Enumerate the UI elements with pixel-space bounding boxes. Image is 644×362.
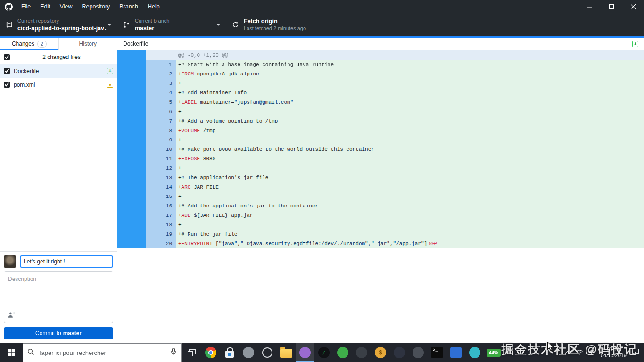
diff-line-number[interactable]: 3 bbox=[146, 79, 176, 88]
network-icon[interactable] bbox=[576, 348, 583, 357]
diff-line-select-gutter[interactable] bbox=[117, 182, 146, 192]
diff-line-number[interactable]: 12 bbox=[146, 164, 176, 173]
select-all-checkbox[interactable] bbox=[4, 54, 10, 60]
store-icon[interactable] bbox=[220, 343, 239, 362]
title-bar: FileEditViewRepositoryBranchHelp bbox=[0, 0, 644, 13]
diff-line-number[interactable]: 15 bbox=[146, 192, 176, 201]
diff-line-select-gutter[interactable] bbox=[117, 211, 146, 220]
start-button[interactable] bbox=[0, 343, 23, 362]
diff-line-select-gutter[interactable] bbox=[117, 135, 146, 145]
diff-line-number[interactable]: 20 bbox=[146, 239, 176, 248]
task-view-button[interactable] bbox=[182, 343, 201, 362]
ring-app-icon[interactable] bbox=[258, 343, 277, 362]
diff-line-number[interactable]: 14 bbox=[146, 182, 176, 192]
diff-line-17: 17+ADD ${JAR_FILE} app.jar bbox=[117, 211, 644, 220]
diff-line-select-gutter[interactable] bbox=[117, 220, 146, 230]
menu-edit[interactable]: Edit bbox=[35, 0, 55, 13]
diff-line-number[interactable]: 11 bbox=[146, 154, 176, 164]
diff-line-number[interactable]: 19 bbox=[146, 230, 176, 239]
microphone-icon[interactable] bbox=[170, 348, 177, 357]
commit-button[interactable]: Commit to master bbox=[4, 327, 113, 339]
menu-branch[interactable]: Branch bbox=[115, 0, 143, 13]
diff-line-select-gutter[interactable] bbox=[117, 192, 146, 201]
diff-line-number[interactable]: 10 bbox=[146, 145, 176, 154]
dark-app-icon[interactable] bbox=[352, 343, 371, 362]
tab-history[interactable]: History bbox=[59, 38, 117, 50]
file-row-dockerfile[interactable]: Dockerfile+ bbox=[0, 64, 117, 78]
diff-line-select-gutter[interactable] bbox=[117, 126, 146, 135]
maximize-button[interactable] bbox=[601, 0, 622, 13]
volume-icon[interactable] bbox=[588, 348, 595, 357]
sync-icon bbox=[232, 21, 239, 28]
diff-line-number[interactable]: 9 bbox=[146, 135, 176, 145]
diff-line-select-gutter[interactable] bbox=[117, 107, 146, 116]
diff-line-select-gutter[interactable] bbox=[117, 116, 146, 126]
chrome-icon[interactable] bbox=[201, 343, 220, 362]
terminal-icon[interactable]: >_ bbox=[428, 343, 446, 362]
diff-line-number[interactable]: 18 bbox=[146, 220, 176, 230]
diff-line-select-gutter[interactable] bbox=[117, 88, 146, 98]
diff-line-select-gutter[interactable] bbox=[117, 230, 146, 239]
menu-repository[interactable]: Repository bbox=[77, 0, 115, 13]
file-row-pom.xml[interactable]: pom.xml• bbox=[0, 78, 117, 91]
commit-summary-input[interactable] bbox=[20, 255, 113, 268]
person-app-icon[interactable] bbox=[409, 343, 428, 362]
diff-line-select-gutter[interactable] bbox=[117, 164, 146, 173]
diff-line-2: 2+FROM openjdk:8-jdk-alpine bbox=[117, 69, 644, 79]
diff-line-select-gutter[interactable] bbox=[117, 201, 146, 211]
diff-line-select-gutter[interactable] bbox=[117, 145, 146, 154]
diff-line-number[interactable]: 7 bbox=[146, 116, 176, 126]
menu-file[interactable]: File bbox=[17, 0, 35, 13]
diff-line-number[interactable]: 2 bbox=[146, 69, 176, 79]
fetch-origin-button[interactable]: Fetch origin Last fetched 2 minutes ago bbox=[226, 13, 334, 36]
file-explorer-icon[interactable] bbox=[277, 343, 296, 362]
blue-app-icon[interactable] bbox=[446, 343, 465, 362]
diff-line-number[interactable]: 16 bbox=[146, 201, 176, 211]
diff-line-code: +LABEL maintainer="jupsfan@gmail.com" bbox=[176, 98, 644, 107]
notification-center-icon[interactable] bbox=[632, 348, 639, 357]
blue-app-icon-glyph bbox=[450, 347, 462, 358]
diff-line-number[interactable]: 1 bbox=[146, 60, 176, 69]
diff-line-number[interactable]: 5 bbox=[146, 98, 176, 107]
diff-line-select-gutter[interactable] bbox=[117, 154, 146, 164]
compass-app-icon[interactable] bbox=[390, 343, 409, 362]
teal-app-icon[interactable] bbox=[465, 343, 484, 362]
current-repository-dropdown[interactable]: Current repository cicd-applied-to-sprin… bbox=[0, 13, 117, 36]
close-button[interactable] bbox=[622, 0, 644, 13]
diff-line-select-gutter[interactable] bbox=[117, 98, 146, 107]
diff-line-select-gutter[interactable] bbox=[117, 239, 146, 248]
diff-line-number[interactable]: 8 bbox=[146, 126, 176, 135]
diff-line-select-gutter[interactable] bbox=[117, 79, 146, 88]
diff-line-3: 3+ bbox=[117, 79, 644, 88]
diff-line-number[interactable]: 13 bbox=[146, 173, 176, 182]
menu-view[interactable]: View bbox=[55, 0, 77, 13]
battery-app-icon[interactable]: 44% bbox=[484, 343, 503, 362]
taskbar-search[interactable]: Taper ici pour rechercher bbox=[23, 343, 182, 362]
minimize-button[interactable] bbox=[579, 0, 601, 13]
file-checkbox[interactable] bbox=[4, 68, 10, 74]
green-app-icon[interactable] bbox=[333, 343, 352, 362]
diff-line-select-gutter[interactable] bbox=[117, 69, 146, 79]
menu-help[interactable]: Help bbox=[143, 0, 165, 13]
github-desktop-icon[interactable] bbox=[296, 343, 314, 362]
current-branch-dropdown[interactable]: Current branch master bbox=[117, 13, 226, 36]
gray-app-icon[interactable] bbox=[239, 343, 258, 362]
coin-app-icon[interactable]: $ bbox=[371, 343, 390, 362]
taskbar-clock[interactable]: 07:13 04/10/2019 bbox=[601, 346, 627, 359]
add-coauthor-icon[interactable] bbox=[8, 312, 16, 320]
diff-line-number[interactable]: 4 bbox=[146, 88, 176, 98]
commit-description-input[interactable] bbox=[4, 272, 113, 310]
terminal-glyph: >_ bbox=[431, 347, 443, 358]
file-checkbox[interactable] bbox=[4, 82, 10, 88]
toolbar: Current repository cicd-applied-to-sprin… bbox=[0, 13, 644, 36]
tab-changes[interactable]: Changes2 bbox=[0, 38, 59, 50]
chevron-up-icon[interactable] bbox=[564, 348, 570, 357]
diff-line-number[interactable]: 17 bbox=[146, 211, 176, 220]
diff-gutter-strip[interactable] bbox=[117, 50, 146, 60]
diff-line-number[interactable]: 6 bbox=[146, 107, 176, 116]
diff-line-select-gutter[interactable] bbox=[117, 173, 146, 182]
clock-time: 07:13 bbox=[601, 346, 627, 353]
spotify-icon[interactable]: ♫ bbox=[314, 343, 333, 362]
diff-line-code: +FROM openjdk:8-jdk-alpine bbox=[176, 69, 644, 79]
diff-line-select-gutter[interactable] bbox=[117, 60, 146, 69]
